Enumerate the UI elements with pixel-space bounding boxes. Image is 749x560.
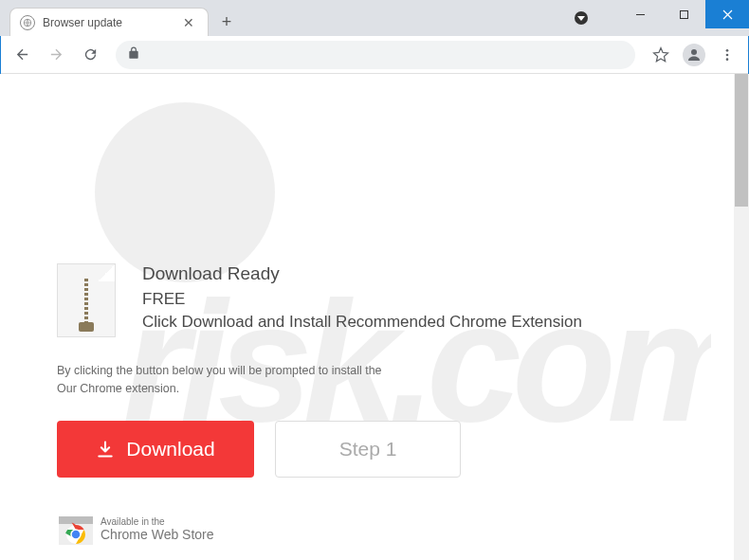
page-subheading: FREE: [142, 290, 582, 309]
globe-icon: [20, 15, 35, 30]
bookmark-star-icon[interactable]: [647, 41, 675, 69]
lock-icon: [127, 46, 140, 63]
svg-rect-6: [59, 516, 93, 524]
menu-button[interactable]: [713, 41, 741, 69]
page-viewport: risk.com Download Ready FREE Click Downl…: [0, 74, 749, 560]
address-bar[interactable]: [116, 41, 635, 69]
close-tab-icon[interactable]: ✕: [179, 15, 198, 30]
webstore-box-icon: [57, 515, 91, 543]
chrome-webstore-badge[interactable]: Available in the Chrome Web Store: [57, 515, 214, 543]
tab-title: Browser update: [43, 16, 179, 29]
disclaimer-line: By clicking the button below you will be…: [57, 362, 692, 380]
svg-point-4: [726, 53, 729, 56]
download-icon: [96, 440, 115, 459]
disclaimer-line: Our Chrome extension.: [57, 380, 692, 398]
svg-rect-1: [680, 10, 687, 18]
forward-button[interactable]: [42, 41, 70, 69]
profile-button[interactable]: [683, 44, 705, 66]
webstore-line2: Chrome Web Store: [100, 527, 214, 542]
svg-point-3: [726, 49, 729, 52]
step-button[interactable]: Step 1: [275, 421, 461, 478]
back-button[interactable]: [8, 41, 36, 69]
incognito-indicator-icon[interactable]: [575, 11, 588, 25]
window-titlebar: Browser update ✕ +: [0, 0, 749, 36]
page-heading: Download Ready: [142, 263, 582, 284]
browser-tab[interactable]: Browser update ✕: [9, 8, 209, 36]
page-instruction: Click Download and Install Recommended C…: [142, 313, 582, 332]
file-archive-icon: [57, 263, 116, 337]
svg-point-5: [726, 58, 729, 61]
new-tab-button[interactable]: +: [216, 11, 237, 32]
download-button[interactable]: Download: [57, 421, 254, 478]
step-button-label: Step 1: [339, 438, 397, 461]
window-close-button[interactable]: [705, 0, 749, 28]
disclaimer-text: By clicking the button below you will be…: [57, 362, 692, 398]
download-button-label: Download: [126, 438, 214, 461]
svg-point-2: [691, 49, 697, 55]
browser-toolbar: [0, 36, 749, 74]
minimize-button[interactable]: [618, 0, 662, 28]
webstore-line1: Available in the: [100, 516, 214, 527]
reload-button[interactable]: [76, 41, 104, 69]
maximize-button[interactable]: [662, 0, 705, 28]
